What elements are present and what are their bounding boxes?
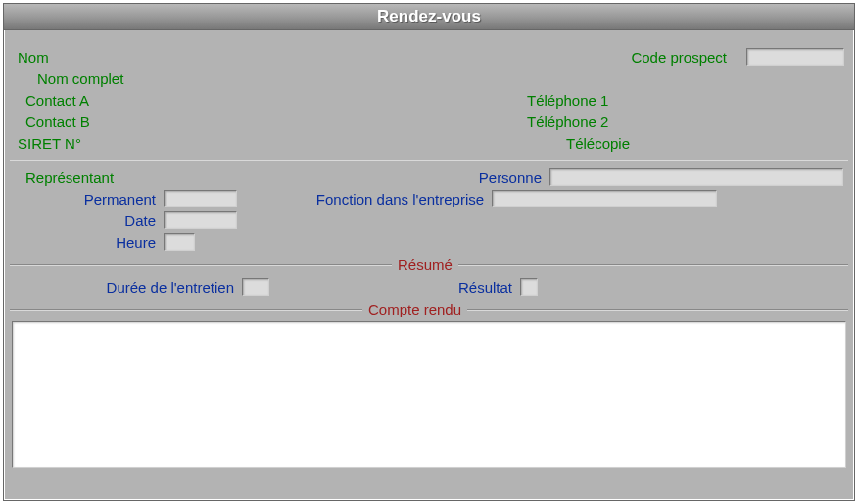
panel-resume: Durée de l'entretien Résultat — [10, 272, 848, 303]
panel-compte-rendu — [10, 317, 848, 473]
label-representant: Représentant — [25, 169, 114, 186]
label-contact-a: Contact A — [25, 92, 89, 109]
input-permanent[interactable] — [164, 190, 237, 207]
input-resultat[interactable] — [520, 278, 538, 296]
label-heure: Heure — [14, 234, 156, 251]
panel-details: Représentant Personne Permanent Fonction… — [10, 160, 848, 258]
label-code-prospect: Code prospect — [631, 49, 727, 66]
label-contact-b: Contact B — [25, 114, 90, 130]
label-nom-complet: Nom complet — [37, 70, 123, 87]
label-telephone-1: Téléphone 1 — [527, 92, 608, 109]
legend-compte-rendu: Compte rendu — [362, 301, 467, 318]
label-siret: SIRET N° — [18, 135, 81, 152]
label-permanent: Permanent — [14, 191, 156, 207]
fieldset-compte-rendu: Compte rendu — [10, 303, 848, 317]
input-personne[interactable] — [549, 168, 843, 186]
input-heure[interactable] — [164, 233, 195, 251]
input-code-prospect[interactable] — [746, 48, 844, 66]
fieldset-resume: Résumé — [10, 258, 848, 272]
label-telecopie: Télécopie — [566, 135, 630, 152]
legend-resume: Résumé — [392, 256, 458, 273]
panel-info: Nom Code prospect Nom complet Contact A — [10, 36, 848, 160]
label-telephone-2: Téléphone 2 — [527, 114, 608, 130]
label-duree: Durée de l'entretien — [14, 279, 234, 296]
label-nom: Nom — [18, 49, 49, 66]
textarea-compte-rendu[interactable] — [12, 321, 846, 468]
window-body: Nom Code prospect Nom complet Contact A — [4, 30, 854, 479]
label-personne: Personne — [429, 169, 542, 186]
input-duree[interactable] — [242, 278, 269, 296]
appointment-window: Rendez-vous Nom Code prospect Nom comple… — [3, 3, 855, 501]
input-fonction[interactable] — [492, 190, 717, 207]
input-date[interactable] — [164, 211, 237, 229]
label-resultat: Résultat — [429, 279, 512, 296]
window-title: Rendez-vous — [4, 4, 854, 30]
label-date: Date — [14, 212, 156, 229]
label-fonction: Fonction dans l'entreprise — [302, 191, 484, 207]
